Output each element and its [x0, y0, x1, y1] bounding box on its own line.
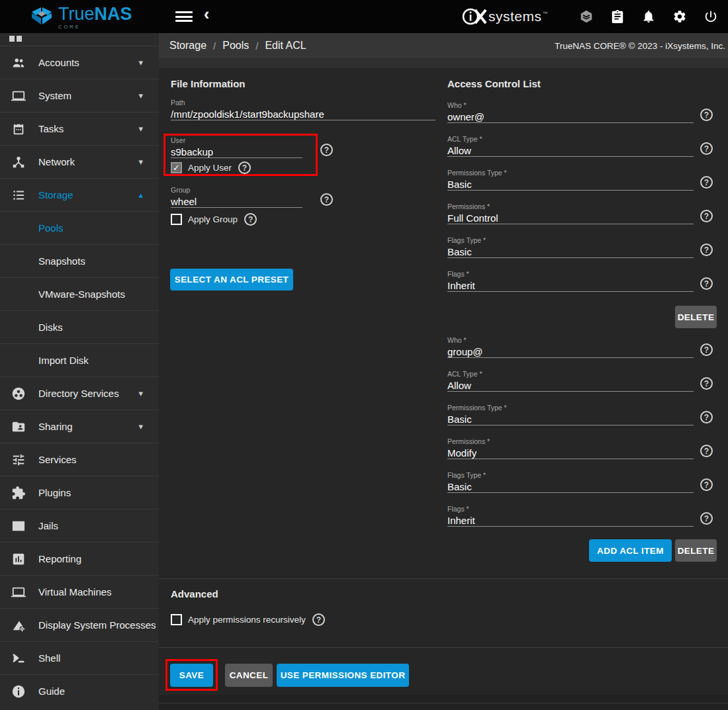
help-icon[interactable]: ? — [700, 142, 713, 155]
collapse-back-icon[interactable]: ‹ — [204, 5, 209, 24]
sidebar-item-guide[interactable]: Guide — [0, 674, 159, 707]
chevron-down-icon: ▾ — [138, 124, 143, 134]
sidebar-item-reporting[interactable]: Reporting — [0, 542, 159, 575]
apply-user-checkbox[interactable]: ✓ — [171, 162, 182, 173]
sidebar-item-display-system-processes[interactable]: Display System Processes — [0, 608, 159, 641]
page-background-strip — [159, 58, 728, 68]
truecommand-icon[interactable] — [579, 9, 594, 24]
path-label: Path — [171, 99, 435, 107]
sidebar-item-directory-services[interactable]: Directory Services ▾ — [0, 377, 159, 410]
user-help-icon[interactable]: ? — [320, 144, 333, 156]
sidebar-item-plugins[interactable]: Plugins — [0, 476, 159, 509]
sidebar-item-shell[interactable]: Shell — [0, 641, 159, 674]
sidebar-item-disks[interactable]: Disks — [0, 310, 159, 343]
sidebar-item-network[interactable]: Network ▾ — [0, 145, 159, 178]
tasks-calendar-icon — [11, 121, 26, 137]
use-permissions-editor-button[interactable]: USE PERMISSIONS EDITOR — [277, 664, 409, 687]
group-label: Group — [171, 186, 302, 195]
truenas-logo-icon — [30, 5, 53, 29]
acl1-flags-field[interactable]: Flags * Inherit ? — [447, 270, 694, 292]
sidebar-item-services[interactable]: Services — [0, 443, 159, 476]
help-icon[interactable]: ? — [700, 478, 713, 491]
sidebar-item-storage[interactable]: Storage ▴ — [0, 178, 159, 211]
sidebar-item-tasks[interactable]: Tasks ▾ — [0, 112, 159, 145]
sidebar-item-virtual-machines[interactable]: Virtual Machines — [0, 575, 159, 608]
save-button[interactable]: SAVE — [170, 664, 213, 687]
sidebar-item-sharing[interactable]: Sharing ▾ — [0, 410, 159, 443]
apply-group-help-icon[interactable]: ? — [244, 213, 257, 226]
guide-info-icon — [11, 684, 26, 699]
task-manager-icon[interactable] — [610, 9, 625, 24]
help-icon[interactable]: ? — [700, 411, 713, 423]
acl1-who-field[interactable]: Who * owner@ ? — [447, 101, 694, 123]
acl1-permissions-type-field[interactable]: Permissions Type * Basic ? — [447, 169, 694, 191]
path-field[interactable]: Path /mnt/zpooldisk1/start9backupshare — [171, 99, 435, 120]
sidebar-item-accounts[interactable]: Accounts ▾ — [0, 46, 159, 79]
apply-user-row: ✓ Apply User ? — [171, 161, 251, 174]
breadcrumb-pools[interactable]: Pools — [222, 40, 249, 52]
apply-group-checkbox[interactable] — [171, 214, 182, 225]
help-icon[interactable]: ? — [700, 343, 713, 356]
divider — [159, 703, 728, 703]
help-icon[interactable]: ? — [700, 377, 713, 390]
sidebar-item-jails[interactable]: Jails — [0, 509, 159, 542]
acl2-flags-field[interactable]: Flags * Inherit ? — [447, 505, 694, 527]
acl2-type-field[interactable]: ACL Type * Allow ? — [447, 370, 694, 392]
cancel-button[interactable]: CANCEL — [225, 664, 273, 687]
group-help-icon[interactable]: ? — [320, 193, 333, 206]
help-icon[interactable]: ? — [700, 176, 713, 189]
apply-recursively-checkbox[interactable] — [171, 614, 182, 625]
acl2-permissions-field[interactable]: Permissions * Modify ? — [447, 437, 694, 459]
select-acl-preset-button[interactable]: SELECT AN ACL PRESET — [170, 269, 293, 290]
acl2-delete-button[interactable]: DELETE — [675, 539, 717, 562]
network-hub-icon — [11, 154, 26, 170]
power-icon[interactable] — [704, 9, 718, 24]
settings-gear-icon[interactable] — [672, 9, 687, 24]
sidebar-item-vmware-snapshots[interactable]: VMware-Snapshots — [0, 277, 159, 310]
group-select-field[interactable]: Group wheel ? — [171, 186, 302, 208]
path-value: /mnt/zpooldisk1/start9backupshare — [171, 109, 435, 120]
add-acl-item-button[interactable]: ADD ACL ITEM — [589, 539, 672, 562]
sidebar-item-snapshots[interactable]: Snapshots — [0, 244, 159, 277]
reporting-chart-icon — [11, 551, 26, 567]
divider — [159, 647, 728, 648]
menu-hamburger-icon[interactable] — [175, 11, 193, 24]
sharing-folder-icon — [11, 419, 26, 435]
system-processes-icon — [11, 617, 26, 633]
acl1-flags-type-field[interactable]: Flags Type * Basic ? — [447, 236, 694, 258]
help-icon[interactable]: ? — [700, 512, 713, 525]
help-icon[interactable]: ? — [700, 109, 713, 121]
chevron-down-icon: ▾ — [138, 91, 143, 101]
sidebar-item-system[interactable]: System ▾ — [0, 79, 159, 112]
divider — [159, 578, 728, 579]
acl1-delete-button[interactable]: DELETE — [675, 306, 717, 328]
truenas-app: TrueNAS CORE ‹ systems ™ — [0, 0, 728, 710]
sidebar-item-import-disk[interactable]: Import Disk — [0, 343, 159, 377]
acl1-permissions-field[interactable]: Permissions * Full Control ? — [447, 202, 694, 224]
breadcrumb-storage[interactable]: Storage — [169, 40, 206, 52]
virtual-machines-icon — [11, 584, 26, 600]
apply-group-label: Apply Group — [188, 214, 238, 224]
notifications-bell-icon[interactable] — [641, 9, 656, 24]
apply-recursively-help-icon[interactable]: ? — [312, 613, 325, 626]
user-label: User — [171, 136, 302, 145]
truenas-logo[interactable]: TrueNAS CORE — [30, 5, 132, 30]
chevron-down-icon: ▾ — [138, 58, 143, 67]
sidebar-item-partial-dashboard[interactable] — [0, 33, 159, 46]
acl2-flags-type-field[interactable]: Flags Type * Basic ? — [447, 471, 694, 493]
acl2-who-field[interactable]: Who * group@ ? — [447, 336, 694, 358]
help-icon[interactable]: ? — [700, 277, 713, 290]
ixsystems-wordmark: systems — [488, 9, 542, 24]
sidebar-item-pools[interactable]: Pools — [0, 211, 159, 244]
chevron-up-icon: ▴ — [138, 190, 143, 200]
user-value: s9backup — [171, 146, 302, 158]
apply-user-help-icon[interactable]: ? — [238, 161, 251, 174]
help-icon[interactable]: ? — [700, 244, 713, 256]
breadcrumb-separator: / — [213, 40, 216, 52]
acl2-permissions-type-field[interactable]: Permissions Type * Basic ? — [447, 404, 694, 425]
help-icon[interactable]: ? — [700, 445, 713, 457]
help-icon[interactable]: ? — [700, 210, 713, 222]
acl1-type-field[interactable]: ACL Type * Allow ? — [447, 135, 694, 157]
breadcrumb-bar: Storage / Pools / Edit ACL TrueNAS CORE®… — [159, 33, 728, 58]
user-select-field[interactable]: User s9backup ? — [171, 136, 302, 158]
